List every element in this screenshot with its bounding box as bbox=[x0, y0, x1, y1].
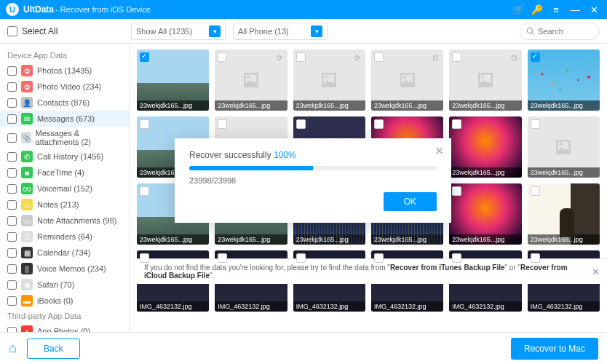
dialog-percent: 100% bbox=[274, 150, 296, 160]
category-checkbox[interactable] bbox=[7, 98, 17, 108]
filter-showall[interactable]: Show All (1235) ▾ bbox=[131, 23, 226, 40]
sidebar-item[interactable]: ✿Photos (13435) bbox=[0, 63, 129, 79]
thumb-filename: 23wekjdk165...jpg bbox=[371, 100, 443, 111]
sidebar-item[interactable]: ▦Calendar (734) bbox=[0, 245, 129, 261]
sidebar-item[interactable]: ||Voice Memos (234) bbox=[0, 261, 129, 277]
home-icon[interactable]: ⌂ bbox=[9, 341, 17, 356]
sidebar-item[interactable]: ▭Notes (213) bbox=[0, 197, 129, 213]
sidebar-item[interactable]: ▬iBooks (0) bbox=[0, 293, 129, 309]
category-checkbox[interactable] bbox=[7, 296, 17, 306]
thumb-checkbox[interactable] bbox=[531, 119, 540, 129]
thumb-checkbox[interactable] bbox=[140, 52, 149, 62]
category-checkbox[interactable] bbox=[7, 152, 17, 162]
sidebar-item[interactable]: ✉Messages (673) bbox=[0, 111, 129, 127]
topbar: Select All Show All (1235) ▾ All Phone (… bbox=[0, 19, 607, 44]
category-checkbox[interactable] bbox=[7, 280, 17, 290]
thumb-checkbox[interactable] bbox=[374, 253, 384, 263]
sidebar-item[interactable]: 📎Messages & attachments (2) bbox=[0, 127, 129, 149]
thumb-checkbox[interactable] bbox=[452, 119, 461, 129]
category-checkbox[interactable] bbox=[7, 327, 17, 333]
category-label: Contacts (876) bbox=[37, 98, 90, 107]
thumb-checkbox[interactable] bbox=[218, 253, 227, 263]
menu-icon[interactable]: ≡ bbox=[549, 2, 563, 17]
thumb-checkbox[interactable] bbox=[296, 253, 306, 263]
ok-button[interactable]: OK bbox=[384, 192, 437, 211]
thumb-checkbox[interactable] bbox=[531, 52, 540, 62]
key-icon[interactable]: 🔑 bbox=[530, 2, 544, 17]
category-checkbox[interactable] bbox=[7, 264, 17, 274]
sidebar-item[interactable]: ■FaceTime (4) bbox=[0, 165, 129, 181]
thumb-checkbox[interactable] bbox=[531, 253, 540, 263]
thumbnail[interactable]: 23wekjdk165...jpg bbox=[449, 116, 521, 178]
thumbnail[interactable]: 23wekjdk165...jpg bbox=[449, 183, 521, 245]
sidebar-item[interactable]: ✆Call History (1456) bbox=[0, 149, 129, 165]
thumb-checkbox[interactable] bbox=[452, 186, 461, 196]
thumb-filename: 23wekjdk165...jpg bbox=[449, 167, 521, 178]
category-checkbox[interactable] bbox=[7, 232, 17, 242]
category-label: Photos (13435) bbox=[37, 66, 92, 75]
thumb-checkbox[interactable] bbox=[218, 52, 227, 62]
thumbnail[interactable]: 23wekjdk165...jpg bbox=[137, 50, 209, 111]
thumbnail[interactable]: 23wekjdk165...jpg bbox=[528, 116, 600, 178]
thumbnail[interactable]: ⟳23wekjdk165...jpg bbox=[215, 50, 287, 111]
thumb-checkbox[interactable] bbox=[374, 52, 384, 62]
category-icon: ▭ bbox=[21, 215, 33, 226]
category-checkbox[interactable] bbox=[7, 248, 17, 258]
search-icon bbox=[526, 27, 535, 36]
close-icon[interactable]: ✕ bbox=[587, 2, 601, 17]
thumb-filename: IMG_4632132.jpg bbox=[449, 301, 521, 312]
search-box[interactable] bbox=[520, 23, 600, 40]
category-checkbox[interactable] bbox=[7, 200, 17, 210]
thumb-checkbox[interactable] bbox=[296, 52, 306, 62]
thumbnail[interactable]: ⟳23wekjdk165...jpg bbox=[293, 50, 365, 111]
thumb-checkbox[interactable] bbox=[218, 119, 227, 129]
sidebar-item[interactable]: 👤Contacts (876) bbox=[0, 95, 129, 111]
category-icon: ✆ bbox=[21, 151, 33, 162]
thumbnail[interactable]: ⊡23wekjdk165...jpg bbox=[371, 50, 443, 111]
sidebar-item[interactable]: ooVoicemail (152) bbox=[0, 181, 129, 197]
filter-device[interactable]: All Phone (13) ▾ bbox=[233, 23, 328, 40]
recover-button[interactable]: Recover to Mac bbox=[511, 338, 598, 360]
thumb-checkbox[interactable] bbox=[140, 119, 149, 129]
category-icon: ■ bbox=[21, 167, 33, 178]
thumb-filename: IMG_4632132.jpg bbox=[137, 301, 209, 312]
minimize-icon[interactable]: — bbox=[568, 2, 582, 17]
sidebar-item[interactable]: ▭Note Attachments (98) bbox=[0, 213, 129, 229]
sidebar-item[interactable]: ◉Safari (70) bbox=[0, 277, 129, 293]
search-input[interactable] bbox=[538, 27, 589, 36]
thumbnail[interactable]: ⊡23wekjdk165...jpg bbox=[449, 50, 521, 111]
thumb-checkbox[interactable] bbox=[531, 186, 540, 196]
category-checkbox[interactable] bbox=[7, 82, 17, 92]
thumb-status-icon: ⊡ bbox=[509, 52, 519, 63]
thumb-checkbox[interactable] bbox=[296, 119, 306, 129]
sidebar-item[interactable]: ✿Photo Video (234) bbox=[0, 79, 129, 95]
category-checkbox[interactable] bbox=[7, 216, 17, 226]
select-all-checkbox[interactable] bbox=[7, 26, 17, 36]
thumb-checkbox[interactable] bbox=[140, 186, 149, 196]
thumb-filename: 23wekjdk165...jpg bbox=[528, 100, 600, 111]
thumb-checkbox[interactable] bbox=[140, 253, 149, 263]
category-label: Messages & attachments (2) bbox=[36, 129, 122, 146]
app-subtitle: - Recover from iOS Device bbox=[55, 5, 151, 14]
category-label: Photo Video (234) bbox=[37, 82, 101, 91]
category-icon: ▦ bbox=[21, 247, 33, 258]
category-icon: 📎 bbox=[21, 132, 31, 143]
category-checkbox[interactable] bbox=[7, 114, 17, 124]
category-checkbox[interactable] bbox=[7, 66, 17, 76]
category-checkbox[interactable] bbox=[7, 133, 17, 143]
back-button[interactable]: Back bbox=[27, 339, 80, 359]
cart-icon[interactable]: 🛒 bbox=[511, 2, 525, 17]
sidebar-item[interactable]: ☰Reminders (64) bbox=[0, 229, 129, 245]
thumb-checkbox[interactable] bbox=[374, 119, 384, 129]
thumbnail[interactable]: 23wekjdk165...jpg bbox=[528, 50, 600, 111]
select-all[interactable]: Select All bbox=[7, 26, 124, 36]
sidebar-item[interactable]: ▲App Photos (0) bbox=[0, 323, 129, 332]
thumb-status-icon: ⊡ bbox=[430, 52, 440, 63]
hint-close-icon[interactable]: ✕ bbox=[592, 266, 600, 277]
dialog-close-icon[interactable]: ✕ bbox=[435, 144, 444, 158]
thumb-checkbox[interactable] bbox=[452, 253, 461, 263]
thumb-checkbox[interactable] bbox=[452, 52, 461, 62]
category-checkbox[interactable] bbox=[7, 184, 17, 194]
thumbnail[interactable]: 23wekjdk165...jpg bbox=[528, 183, 600, 245]
category-checkbox[interactable] bbox=[7, 168, 17, 178]
